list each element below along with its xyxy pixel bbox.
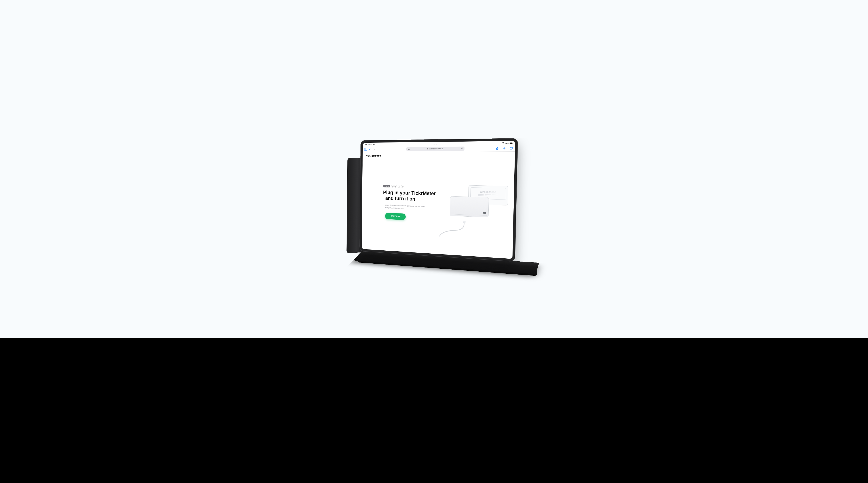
tablet-screen: 9:41 Tor 16 okt. 100% • • • <box>362 141 515 259</box>
illustration-usb-port <box>468 216 470 217</box>
floor-backdrop <box>0 338 868 483</box>
reload-button[interactable] <box>461 147 463 150</box>
step-2[interactable]: 2 <box>391 185 394 188</box>
brand-logo[interactable]: TICKRMETER <box>366 154 510 158</box>
web-page: TICKRMETER STEP 1 2 3 4 5 Plug in your T… <box>362 151 515 259</box>
address-bar[interactable]: AA tickrmeter.com/setup <box>406 147 465 151</box>
continue-button[interactable]: CONTINUE <box>385 213 406 220</box>
illustration-cable <box>439 220 479 239</box>
ios-status-bar: 9:41 Tor 16 okt. 100% <box>363 141 515 146</box>
address-url: tickrmeter.com/setup <box>429 148 443 150</box>
device-illustration: WIFI HOTSPOT <box>444 185 508 233</box>
battery-icon <box>509 142 512 144</box>
headline-line2: and turn it on <box>385 195 444 203</box>
wifi-icon <box>502 142 504 144</box>
illustration-device-back: WIFI HOTSPOT <box>468 185 508 205</box>
new-tab-button[interactable] <box>502 146 506 150</box>
tabs-button[interactable] <box>509 146 513 150</box>
svg-rect-3 <box>510 148 512 149</box>
nav-forward-button[interactable] <box>373 147 375 151</box>
illustration-power-toggle <box>483 212 486 214</box>
safari-toolbar: • • • AA tickrmeter.com/setup <box>363 145 515 152</box>
step-active: STEP 1 <box>383 184 391 188</box>
multitask-dots-icon[interactable]: • • • <box>433 143 437 145</box>
nav-back-button[interactable] <box>369 147 371 151</box>
step-3[interactable]: 3 <box>395 185 397 188</box>
svg-rect-4 <box>463 221 465 223</box>
step-indicator: STEP 1 2 3 4 5 <box>383 184 444 189</box>
status-time: 9:41 <box>365 144 368 145</box>
page-headline: Plug in your TickrMeter and turn it on <box>383 190 444 203</box>
brand-post: CKRMETER <box>368 155 381 158</box>
lock-icon <box>427 148 428 150</box>
reader-aa-button[interactable]: AA <box>408 148 410 150</box>
illustration-device-front <box>450 196 489 217</box>
svg-rect-0 <box>427 148 428 149</box>
tablet-frame: 9:41 Tor 16 okt. 100% • • • <box>360 138 518 262</box>
sidebar-toggle-button[interactable] <box>364 148 367 151</box>
svg-rect-1 <box>496 148 498 149</box>
battery-percent: 100% <box>505 142 509 144</box>
illustration-hotspot-label: WIFI HOTSPOT <box>480 191 496 193</box>
brand-pre: T <box>366 155 368 158</box>
step-4[interactable]: 4 <box>398 185 400 188</box>
share-button[interactable] <box>496 147 499 150</box>
status-date: Tor 16 okt. <box>369 144 375 145</box>
svg-rect-2 <box>511 147 513 149</box>
step-5[interactable]: 5 <box>401 185 404 188</box>
page-description: When the white bar on the frot glows and… <box>385 204 426 210</box>
